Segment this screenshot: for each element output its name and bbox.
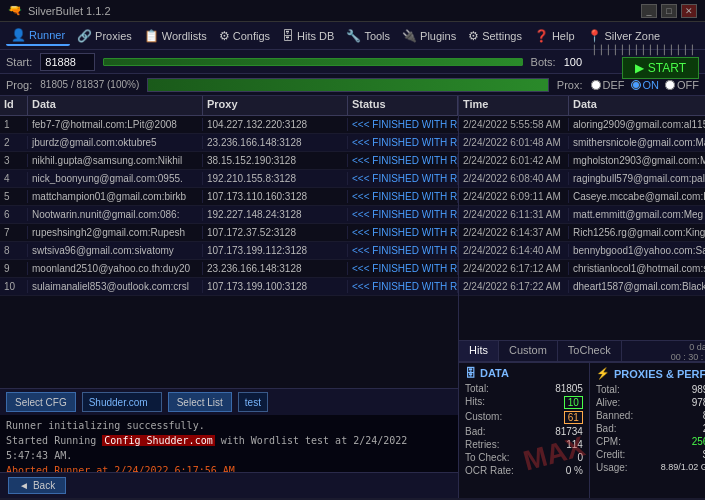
close-btn[interactable]: ✕ xyxy=(681,4,697,18)
right-panel: Time Data 2/24/2022 5:55:58 AM aloring29… xyxy=(459,96,705,498)
table-row[interactable]: 2 jburdz@gmail.com:oktubre5 23.236.166.1… xyxy=(0,134,458,152)
prox-stat-credit: Credit: $0 xyxy=(596,449,705,460)
right-cell-time: 2/24/2022 6:09:11 AM xyxy=(459,190,569,203)
toolbar-proxies[interactable]: 🔗 Proxies xyxy=(72,27,137,45)
app-icon: 🔫 xyxy=(8,4,22,17)
toolbar-configs[interactable]: ⚙ Configs xyxy=(214,27,275,45)
right-cell-time: 2/24/2022 6:01:48 AM xyxy=(459,136,569,149)
table-row[interactable]: 4 nick_boonyung@gmail.com:0955. 192.210.… xyxy=(0,170,458,188)
proxies-section-title: ⚡ PROXIES & PERF xyxy=(596,367,705,380)
right-table-row[interactable]: 2/24/2022 6:09:11 AM Caseye.mccabe@gmail… xyxy=(459,188,705,206)
proxies-perf-icon: ⚡ xyxy=(596,367,610,380)
right-cell-time: 2/24/2022 6:17:12 AM xyxy=(459,262,569,275)
log-line: Aborted Runner at 2/24/2022 6:17:56 AM. xyxy=(6,463,452,472)
cell-proxy: 107.173.199.112:3128 xyxy=(203,244,348,257)
right-table-row[interactable]: 2/24/2022 6:14:40 AM bennybgood1@yahoo.c… xyxy=(459,242,705,260)
cell-data: feb7-7@hotmail.com:LPit@2008 xyxy=(28,118,203,131)
right-table-row[interactable]: 2/24/2022 6:14:37 AM Rich1256.rg@gmail.c… xyxy=(459,224,705,242)
cell-data: jburdz@gmail.com:oktubre5 xyxy=(28,136,203,149)
prox-on[interactable]: ON xyxy=(631,79,660,91)
tab-custom[interactable]: Custom xyxy=(499,341,558,361)
table-row[interactable]: 8 swtsiva96@gmail.com:sivatomy 107.173.1… xyxy=(0,242,458,260)
right-cell-time: 2/24/2022 6:08:40 AM xyxy=(459,172,569,185)
stat-retries: Retries: 114 xyxy=(465,439,583,450)
proxies-icon: 🔗 xyxy=(77,29,92,43)
bottom-left: Select CFG Shudder.com Select List test … xyxy=(0,388,458,498)
title-bar-controls: _ □ ✕ xyxy=(641,4,697,18)
cell-status: <<< FINISHED WITH RES xyxy=(348,190,458,203)
cell-data: nikhil.gupta@samsung.com:Nikhil xyxy=(28,154,203,167)
table-row[interactable]: 5 mattchampion01@gmail.com:birkb 107.173… xyxy=(0,188,458,206)
right-table-header: Time Data xyxy=(459,96,705,116)
select-list-btn[interactable]: Select List xyxy=(168,392,232,412)
prox-stat-alive: Alive: 9780 xyxy=(596,397,705,408)
right-cell-data: ragingbull579@gmail.com:pal xyxy=(569,172,705,185)
right-table-row[interactable]: 2/24/2022 6:01:48 AM smithersnicole@gmai… xyxy=(459,134,705,152)
start-play-icon: ▶ xyxy=(635,61,644,75)
cell-data: mattchampion01@gmail.com:birkb xyxy=(28,190,203,203)
right-table-row[interactable]: 2/24/2022 6:17:12 AM christianlocol1@hot… xyxy=(459,260,705,278)
table-row[interactable]: 7 rupeshsingh2@gmail.com:Rupesh 107.172.… xyxy=(0,224,458,242)
right-col-data: Data xyxy=(569,96,705,115)
prox-stat-total: Total: 9890 xyxy=(596,384,705,395)
col-data: Data xyxy=(28,96,203,115)
cell-data: Nootwarin.nunit@gmail.com:086: xyxy=(28,208,203,221)
toolbar-plugins[interactable]: 🔌 Plugins xyxy=(397,27,461,45)
right-cell-time: 2/24/2022 6:11:31 AM xyxy=(459,208,569,221)
toolbar-silverzone[interactable]: 📍 Silver Zone xyxy=(582,27,666,45)
progress-bar xyxy=(147,78,549,92)
prox-def[interactable]: DEF xyxy=(591,79,625,91)
bots-value: 100 xyxy=(564,56,582,68)
back-icon: ◄ xyxy=(19,480,29,491)
hitsdb-icon: 🗄 xyxy=(282,29,294,43)
right-cell-data: matt.emmitt@gmail.com:Meg xyxy=(569,208,705,221)
table-row[interactable]: 9 moonland2510@yahoo.co.th:duy20 23.236.… xyxy=(0,260,458,278)
toolbar-tools[interactable]: 🔧 Tools xyxy=(341,27,395,45)
table-row[interactable]: 10 sulaimanaliel853@outlook.com:crsl 107… xyxy=(0,278,458,296)
col-id: Id xyxy=(0,96,28,115)
cell-data: rupeshsingh2@gmail.com:Rupesh xyxy=(28,226,203,239)
maximize-btn[interactable]: □ xyxy=(661,4,677,18)
configs-icon: ⚙ xyxy=(219,29,230,43)
prox-off[interactable]: OFF xyxy=(665,79,699,91)
table-row[interactable]: 3 nikhil.gupta@samsung.com:Nikhil 38.15.… xyxy=(0,152,458,170)
cell-status: <<< FINISHED WITH RES xyxy=(348,118,458,131)
table-row[interactable]: 1 feb7-7@hotmail.com:LPit@2008 104.227.1… xyxy=(0,116,458,134)
back-button[interactable]: ◄ Back xyxy=(8,477,66,494)
toolbar-hitsdb[interactable]: 🗄 Hits DB xyxy=(277,27,339,45)
start-button[interactable]: ▶ START xyxy=(622,57,699,79)
cell-status: <<< FINISHED WITH RES xyxy=(348,172,458,185)
toolbar-wordlists[interactable]: 📋 Wordlists xyxy=(139,27,212,45)
data-table: Id Data Proxy Status 1 feb7-7@hotmail.co… xyxy=(0,96,458,388)
toolbar-settings[interactable]: ⚙ Settings xyxy=(463,27,527,45)
cell-id: 9 xyxy=(0,262,28,275)
bots-label: Bots: xyxy=(531,56,556,68)
cell-id: 1 xyxy=(0,118,28,131)
toolbar-runner[interactable]: 👤 Runner xyxy=(6,26,70,46)
progress-text: 81805 / 81837 (100%) xyxy=(40,79,139,90)
toolbar-help[interactable]: ❓ Help xyxy=(529,27,580,45)
right-table-row[interactable]: 2/24/2022 6:01:42 AM mgholston2903@gmail… xyxy=(459,152,705,170)
config-row: Select CFG Shudder.com Select List test xyxy=(0,389,458,415)
right-table-row[interactable]: 2/24/2022 5:55:58 AM aloring2909@gmail.c… xyxy=(459,116,705,134)
log-area: Runner initializing successfully.Started… xyxy=(0,415,458,472)
right-table-row[interactable]: 2/24/2022 6:11:31 AM matt.emmitt@gmail.c… xyxy=(459,206,705,224)
right-table-row[interactable]: 2/24/2022 6:17:22 AM dheart1587@gmail.co… xyxy=(459,278,705,296)
start-input[interactable] xyxy=(40,53,95,71)
tab-tocheck[interactable]: ToCheck xyxy=(558,341,622,361)
minimize-btn[interactable]: _ xyxy=(641,4,657,18)
tab-hits[interactable]: Hits xyxy=(459,341,499,361)
stat-tocheck: To Check: 0 xyxy=(465,452,583,463)
cell-id: 3 xyxy=(0,154,28,167)
right-cell-data: christianlocol1@hotmail.com:s xyxy=(569,262,705,275)
cell-proxy: 192.227.148.24:3128 xyxy=(203,208,348,221)
cell-id: 5 xyxy=(0,190,28,203)
cell-id: 2 xyxy=(0,136,28,149)
col-proxy: Proxy xyxy=(203,96,348,115)
select-cfg-btn[interactable]: Select CFG xyxy=(6,392,76,412)
table-row[interactable]: 6 Nootwarin.nunit@gmail.com:086: 192.227… xyxy=(0,206,458,224)
database-icon: 🗄 xyxy=(465,367,476,379)
settings-icon: ⚙ xyxy=(468,29,479,43)
right-table-row[interactable]: 2/24/2022 6:08:40 AM ragingbull579@gmail… xyxy=(459,170,705,188)
cell-status: <<< FINISHED WITH RES xyxy=(348,280,458,293)
